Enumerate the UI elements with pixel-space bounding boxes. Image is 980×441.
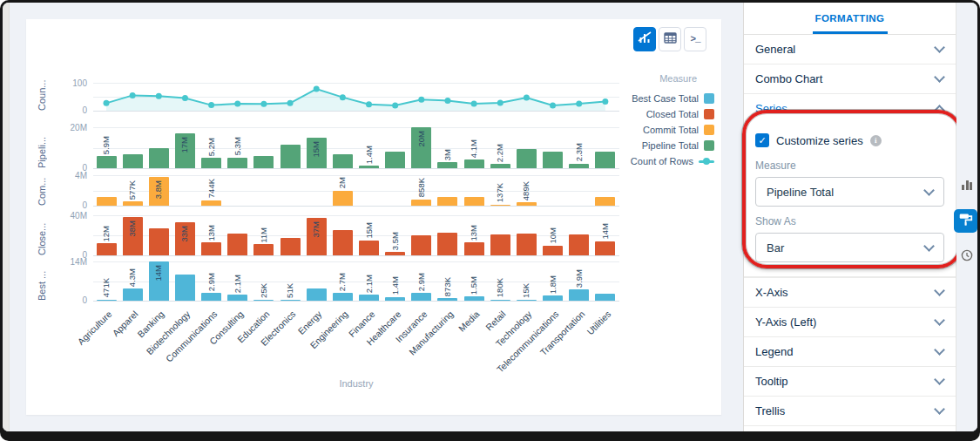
bar-commit[interactable] bbox=[97, 197, 117, 207]
bar-commit[interactable] bbox=[123, 201, 143, 206]
bar-closed[interactable] bbox=[227, 234, 247, 255]
section-trellis[interactable]: Trellis bbox=[744, 396, 956, 425]
bar-best[interactable] bbox=[97, 300, 117, 302]
bar-pipeline[interactable] bbox=[253, 156, 274, 168]
bar-commit[interactable] bbox=[490, 205, 510, 207]
bar-closed[interactable] bbox=[569, 234, 589, 255]
line-point[interactable] bbox=[156, 93, 162, 99]
measure-select[interactable]: Pipeline Total bbox=[755, 177, 944, 207]
bar-best[interactable] bbox=[280, 300, 301, 302]
bar-best[interactable] bbox=[359, 295, 379, 301]
bar-commit[interactable] bbox=[517, 202, 537, 206]
line-point[interactable] bbox=[340, 94, 346, 100]
line-point[interactable] bbox=[392, 102, 398, 108]
line-point[interactable] bbox=[418, 97, 424, 103]
bar-closed[interactable] bbox=[97, 243, 117, 255]
bar-pipeline[interactable] bbox=[123, 154, 143, 168]
bar-closed[interactable] bbox=[411, 235, 431, 255]
line-point[interactable] bbox=[576, 101, 582, 107]
bar-closed[interactable] bbox=[359, 241, 379, 255]
bar-best[interactable] bbox=[333, 293, 353, 301]
tab-formatting[interactable]: FORMATTING bbox=[815, 13, 885, 24]
line-point[interactable] bbox=[260, 101, 267, 107]
bar-closed[interactable] bbox=[464, 242, 484, 255]
line-point[interactable] bbox=[444, 98, 450, 104]
line-point[interactable] bbox=[550, 102, 556, 108]
bar-closed[interactable] bbox=[517, 234, 537, 255]
bar-commit[interactable] bbox=[411, 200, 431, 207]
bar-commit[interactable] bbox=[595, 197, 615, 206]
legend-item[interactable]: Count of Rows bbox=[631, 153, 714, 169]
bar-pipeline[interactable] bbox=[359, 166, 379, 168]
section-chart-markers[interactable]: Chart Markers bbox=[744, 425, 956, 431]
bar-commit[interactable] bbox=[464, 197, 484, 206]
info-icon[interactable]: i bbox=[870, 135, 882, 146]
bar-pipeline[interactable] bbox=[543, 152, 563, 168]
bar-pipeline[interactable] bbox=[227, 158, 247, 168]
bar-closed[interactable] bbox=[333, 230, 353, 255]
bar-best[interactable] bbox=[175, 275, 195, 301]
bar-best[interactable] bbox=[595, 294, 615, 301]
legend-item[interactable]: Best Case Total bbox=[631, 91, 714, 106]
line-point[interactable] bbox=[208, 102, 214, 108]
bar-best[interactable] bbox=[201, 293, 221, 301]
bar-closed[interactable] bbox=[385, 252, 405, 255]
bar-best[interactable] bbox=[385, 297, 405, 302]
legend-item[interactable]: Closed Total bbox=[631, 106, 714, 122]
bar-closed[interactable] bbox=[201, 242, 221, 255]
bar-best[interactable] bbox=[227, 295, 247, 301]
bar-best[interactable] bbox=[253, 300, 274, 302]
line-point[interactable] bbox=[524, 94, 530, 100]
bar-closed[interactable] bbox=[280, 238, 301, 255]
bar-best[interactable] bbox=[464, 296, 484, 301]
bar-commit[interactable] bbox=[201, 200, 221, 207]
line-point[interactable] bbox=[182, 95, 188, 101]
line-point[interactable] bbox=[497, 100, 504, 106]
line-point[interactable] bbox=[314, 86, 320, 92]
bar-pipeline[interactable] bbox=[490, 164, 510, 168]
bar-closed[interactable] bbox=[543, 246, 563, 256]
show-as-select[interactable]: Bar bbox=[755, 233, 944, 262]
bar-pipeline[interactable] bbox=[149, 148, 169, 168]
bar-closed[interactable] bbox=[595, 241, 615, 255]
line-point[interactable] bbox=[471, 101, 477, 107]
bar-pipeline[interactable] bbox=[569, 164, 589, 168]
table-mode-button[interactable] bbox=[659, 27, 681, 51]
bar-pipeline[interactable] bbox=[517, 149, 537, 168]
section-tooltip[interactable]: Tooltip bbox=[744, 366, 956, 396]
bar-pipeline[interactable] bbox=[385, 152, 405, 168]
chart-mode-button[interactable] bbox=[633, 27, 656, 51]
bar-best[interactable] bbox=[411, 293, 431, 301]
bar-commit[interactable] bbox=[333, 191, 353, 207]
bar-best[interactable] bbox=[569, 289, 589, 301]
query-mode-button[interactable]: >_ bbox=[684, 27, 706, 51]
bar-pipeline[interactable] bbox=[437, 162, 457, 168]
line-point[interactable] bbox=[366, 101, 372, 107]
bar-pipeline[interactable] bbox=[595, 152, 615, 168]
bar-best[interactable] bbox=[543, 295, 563, 301]
bar-closed[interactable] bbox=[437, 233, 457, 255]
bar-closed[interactable] bbox=[253, 244, 274, 255]
line-point[interactable] bbox=[234, 101, 240, 107]
line-point[interactable] bbox=[130, 92, 136, 98]
section-legend[interactable]: Legend bbox=[744, 336, 956, 366]
bar-pipeline[interactable] bbox=[464, 159, 484, 168]
line-point[interactable] bbox=[287, 100, 294, 106]
bar-best[interactable] bbox=[490, 300, 510, 302]
bar-pipeline[interactable] bbox=[333, 154, 353, 168]
legend-item[interactable]: Commit Total bbox=[631, 122, 714, 138]
bar-pipeline[interactable] bbox=[201, 158, 221, 168]
bar-closed[interactable] bbox=[490, 234, 510, 255]
bar-best[interactable] bbox=[437, 298, 457, 301]
section-series[interactable]: Series bbox=[744, 93, 956, 123]
paint-roller-button[interactable] bbox=[954, 209, 977, 233]
section-y-axis-left[interactable]: Y-Axis (Left) bbox=[744, 307, 956, 336]
line-point[interactable] bbox=[602, 98, 608, 105]
legend-item[interactable]: Pipeline Total bbox=[631, 138, 714, 153]
section-general[interactable]: General bbox=[744, 35, 956, 64]
section-x-axis[interactable]: X-Axis bbox=[744, 277, 956, 307]
bar-best[interactable] bbox=[517, 300, 537, 302]
bar-best[interactable] bbox=[307, 288, 327, 301]
history-clock-icon[interactable] bbox=[961, 249, 973, 265]
line-point[interactable] bbox=[104, 100, 110, 106]
